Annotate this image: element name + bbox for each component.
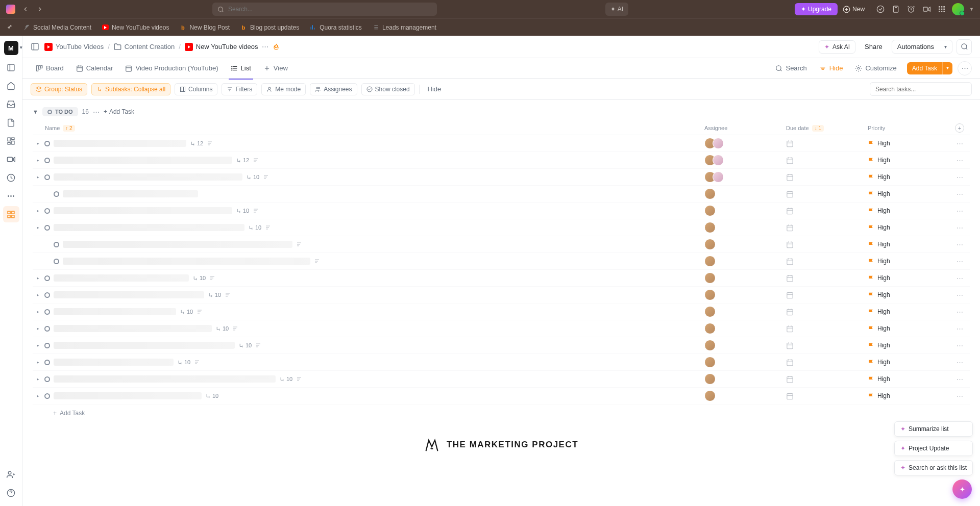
status-circle[interactable] [54,242,59,247]
expand-icon[interactable]: ▸ [35,343,41,348]
due-date-cell[interactable] [786,291,868,299]
avatar[interactable] [704,272,716,284]
breadcrumb-current[interactable]: New YouTube videos [185,43,258,51]
tab-new-blog-post[interactable]: bNew Blog Post [174,22,235,33]
filter-assignees[interactable]: Assignees [310,83,357,95]
ask-ai-button[interactable]: ✦Ask AI [819,40,855,54]
due-date-cell[interactable] [786,224,868,232]
subtask-count[interactable]: 10 [180,309,193,315]
doc-icon[interactable] [253,157,259,163]
priority-cell[interactable]: High [868,308,949,315]
apps-icon[interactable] [937,4,947,14]
priority-cell[interactable]: High [868,207,949,214]
status-circle[interactable] [54,259,59,264]
subtask-count[interactable]: 10 [177,359,190,365]
tab-new-youtube-videos[interactable]: New YouTube videos [96,22,174,33]
priority-cell[interactable]: High [868,190,949,197]
task-name-blurred[interactable] [54,157,232,164]
project-update-button[interactable]: ✦Project Update [894,441,973,456]
status-circle[interactable] [44,360,50,365]
notepad-icon[interactable] [891,4,901,14]
view-tab-board[interactable]: Board [31,61,69,75]
task-row[interactable]: ▸ 10 High ⋯ [33,303,970,320]
expand-icon[interactable]: ▸ [35,360,41,365]
task-row[interactable]: ▸ 10 High ⋯ [33,287,970,303]
assignee-cell[interactable] [704,272,786,284]
task-row[interactable]: ▸ 10 High ⋯ [33,320,970,337]
assignee-cell[interactable] [704,373,786,385]
collapse-icon[interactable]: ▼ [33,109,38,115]
expand-icon[interactable]: ▸ [35,292,41,297]
row-more-icon[interactable]: ⋯ [949,207,970,215]
assignee-cell[interactable] [704,323,786,334]
task-row[interactable]: ▸ 10 High ⋯ [33,169,970,186]
avatar[interactable] [704,306,716,317]
sidebar-clips-icon[interactable] [3,151,19,167]
doc-icon[interactable] [255,342,261,348]
status-circle[interactable] [44,292,50,298]
expand-icon[interactable]: ▸ [35,225,41,230]
status-circle[interactable] [44,309,50,315]
tab-blog-post-updates[interactable]: bBlog post updates [235,22,304,33]
add-task-link[interactable]: +Add Task [104,108,134,115]
assignee-cell[interactable] [704,138,786,149]
subtask-count[interactable]: 10 [236,208,249,214]
avatar[interactable] [704,205,716,216]
priority-cell[interactable]: High [868,224,949,231]
row-more-icon[interactable]: ⋯ [949,274,970,282]
fire-icon[interactable] [273,43,280,50]
avatar[interactable] [713,171,724,183]
task-name-blurred[interactable] [63,190,198,197]
fab-button[interactable]: ✦ [952,479,972,499]
avatar[interactable] [704,289,716,300]
expand-icon[interactable]: ▸ [35,326,41,331]
clock-icon[interactable] [906,4,916,14]
due-date-cell[interactable] [786,342,868,349]
avatar[interactable] [704,256,716,267]
assignee-cell[interactable] [704,289,786,300]
summarize-button[interactable]: ✦Summarize list [894,421,973,437]
assignee-cell[interactable] [704,256,786,267]
filter-filters[interactable]: Filters [222,83,257,95]
expand-icon[interactable]: ▸ [35,208,41,213]
sidebar-dashboards-icon[interactable] [3,133,19,149]
tab-social-media-content[interactable]: Social Media Content [18,22,96,33]
view-tab-calendar[interactable]: Calendar [71,61,118,75]
due-date-cell[interactable] [786,157,868,164]
due-date-cell[interactable] [786,258,868,265]
sidebar-docs-icon[interactable] [3,114,19,131]
row-more-icon[interactable]: ⋯ [949,308,970,316]
avatar[interactable] [704,373,716,385]
upgrade-button[interactable]: ✦ Upgrade [795,3,838,15]
doc-icon[interactable] [263,174,269,180]
task-name-blurred[interactable] [54,224,244,231]
task-name-blurred[interactable] [54,274,189,282]
add-column[interactable]: + [949,123,970,133]
column-due-date[interactable]: Due date↓ 1 [786,125,868,132]
due-date-cell[interactable] [786,308,868,316]
avatar[interactable] [713,155,724,166]
priority-cell[interactable]: High [868,375,949,383]
record-icon[interactable] [921,4,932,14]
column-priority[interactable]: Priority [868,125,949,131]
priority-cell[interactable]: High [868,140,949,147]
due-date-cell[interactable] [786,274,868,282]
status-circle[interactable] [44,225,50,231]
task-row[interactable]: ▸ 10 High ⋯ [33,337,970,354]
task-name-blurred[interactable] [54,359,174,366]
add-task-dropdown[interactable]: ▾ [942,62,952,74]
priority-cell[interactable]: High [868,258,949,265]
priority-cell[interactable]: High [868,325,949,332]
group-more-icon[interactable]: ⋯ [93,108,100,116]
assignee-cell[interactable] [704,171,786,183]
assignee-cell[interactable] [704,357,786,368]
filter-group[interactable]: Group: Status [31,83,87,95]
priority-cell[interactable]: High [868,392,949,399]
doc-icon[interactable] [209,275,215,281]
doc-icon[interactable] [296,241,302,247]
global-search[interactable] [212,3,437,16]
search-tasks-input[interactable] [875,86,966,93]
task-row[interactable]: ▸ 10 High ⋯ [33,219,970,236]
row-more-icon[interactable]: ⋯ [949,157,970,164]
row-more-icon[interactable]: ⋯ [949,392,970,400]
